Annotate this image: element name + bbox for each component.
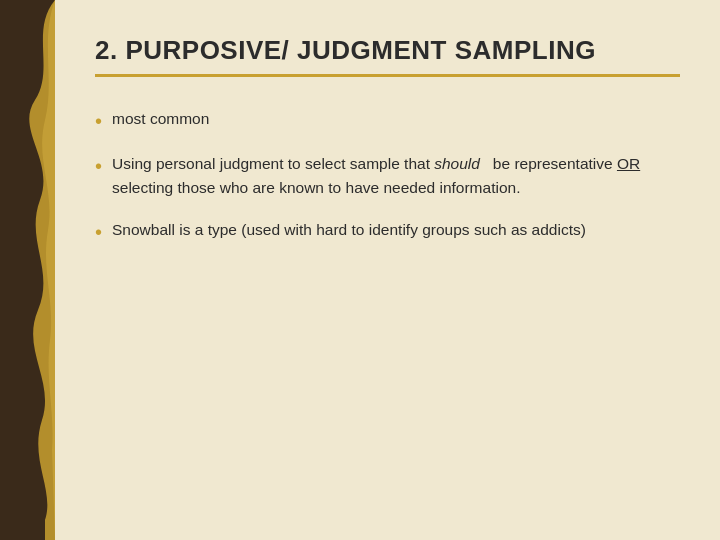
bullet-item-3: • Snowball is a type (used with hard to … xyxy=(95,218,680,245)
slide-title: 2. PURPOSIVE/ JUDGMENT SAMPLING xyxy=(95,35,680,77)
left-decoration xyxy=(0,0,55,540)
bullet-text-3: Snowball is a type (used with hard to id… xyxy=(112,218,680,242)
bullet-item-2: • Using personal judgment to select samp… xyxy=(95,152,680,200)
bullet-list: • most common • Using personal judgment … xyxy=(95,107,680,245)
italic-should: should xyxy=(434,155,480,172)
underline-or: OR xyxy=(617,155,640,172)
wave-container xyxy=(0,0,55,540)
main-content: 2. PURPOSIVE/ JUDGMENT SAMPLING • most c… xyxy=(55,0,720,540)
bullet-dot-2: • xyxy=(95,153,102,179)
bullet-dot-1: • xyxy=(95,108,102,134)
bullet-text-2: Using personal judgment to select sample… xyxy=(112,152,680,200)
bullet-item-1: • most common xyxy=(95,107,680,134)
bullet-text-1: most common xyxy=(112,107,680,131)
bullet-dot-3: • xyxy=(95,219,102,245)
snowball-text: Snowball xyxy=(112,221,175,238)
